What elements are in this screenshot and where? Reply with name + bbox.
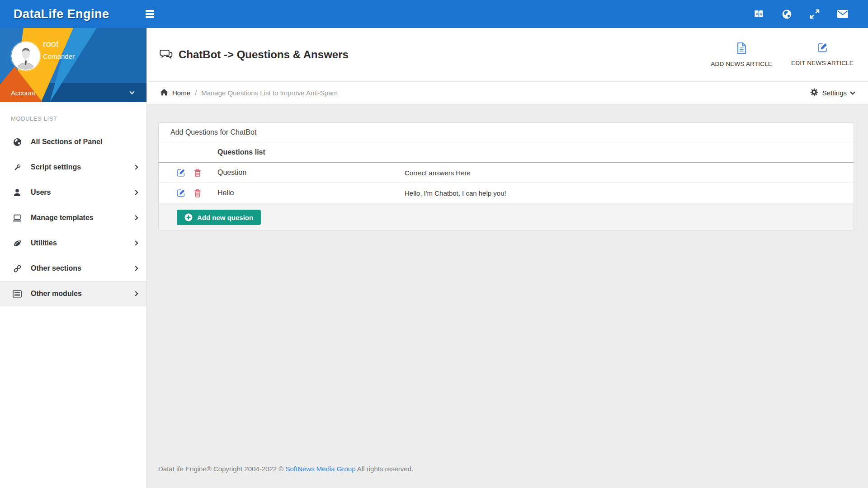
settings-dropdown[interactable]: Settings [810,88,854,98]
sidebar: root Comander Account MODULES LIST All S… [0,28,147,488]
card-footer: Add new quesion [159,203,854,230]
add-new-question-button[interactable]: Add new quesion [177,210,261,225]
user-meta: root Comander [43,39,75,60]
home-icon [160,89,168,97]
link-icon [12,264,22,273]
edit-news-article-button[interactable]: EDIT NEWS ARTICLE [791,42,854,67]
user-role: Comander [43,52,75,60]
breadcrumb-home-link[interactable]: Home [160,89,190,97]
add-news-article-label: ADD NEWS ARTICLE [711,61,772,67]
sidebar-item-label: Script settings [31,163,81,171]
topbar: DataLife Engine A a [0,0,868,28]
main-content: ChatBot -> Questions & Answers ADD NEWS … [147,28,868,488]
edit-news-article-label: EDIT NEWS ARTICLE [791,60,854,66]
wrench-icon [12,163,22,172]
sidebar-item-script-settings[interactable]: Script settings [0,155,146,180]
settings-label: Settings [822,89,847,97]
sidebar-item-label: All Sections of Panel [31,138,102,146]
sidebar-item-label: Other modules [31,290,82,298]
page-title-text: ChatBot -> Questions & Answers [179,48,349,61]
breadcrumb: Home / Manage Questions List to Improve … [147,81,868,104]
menu-toggle-button[interactable] [144,8,156,20]
table-header-row: Questions list [159,142,854,163]
content-area: Add Questions for ChatBot Questions list [147,104,868,488]
chevron-down-icon [129,89,134,94]
questions-card: Add Questions for ChatBot Questions list [158,122,854,230]
page-title: ChatBot -> Questions & Answers [159,48,349,62]
row-actions [159,189,217,197]
svg-text:a: a [760,11,762,16]
table-row: Question Correct answers Here [159,163,854,183]
mail-icon[interactable] [837,9,848,19]
copyright-text: DataLife Engine® Copyright 2004-2022 © [158,465,285,473]
chevron-right-icon [133,266,138,271]
user-icon [12,188,22,197]
sidebar-item-label: Users [31,188,51,197]
gear-icon [810,88,818,98]
question-cell: Question [217,169,405,177]
question-cell: Hello [217,189,405,197]
chevron-right-icon [133,240,138,245]
footer: DataLife Engine® Copyright 2004-2022 © S… [158,465,854,488]
sidebar-nav: All Sections of Panel Script settings [0,129,146,306]
sidebar-item-manage-templates[interactable]: Manage templates [0,205,146,230]
answer-cell: Hello, I'm Chatbot, I can help you! [405,189,854,197]
list-icon [12,290,22,298]
plus-circle-icon [184,213,193,221]
file-icon [737,42,746,56]
trash-icon[interactable] [194,169,201,177]
expand-icon[interactable] [809,9,820,19]
page-header: ChatBot -> Questions & Answers ADD NEWS … [147,28,868,81]
user-name: root [43,39,75,49]
softnews-link[interactable]: SoftNews Media Group [285,465,355,473]
modules-list-heading: MODULES LIST [0,102,146,129]
breadcrumb-current: Manage Questions List to Improve Anti-Sp… [201,89,338,97]
svg-text:A: A [755,11,759,16]
edit-icon[interactable] [177,189,185,197]
table-row: Hello Hello, I'm Chatbot, I can help you… [159,183,854,203]
header-actions: ADD NEWS ARTICLE EDIT NEWS ARTICLE [711,42,854,67]
card-title: Add Questions for ChatBot [159,123,854,142]
globe-icon [12,138,22,146]
sidebar-item-label: Other sections [31,264,81,272]
comments-icon [159,48,173,62]
chevron-right-icon [133,215,138,220]
hamburger-icon [146,10,154,12]
globe-icon[interactable] [781,9,792,19]
leaf-icon [12,239,22,247]
account-label: Account [11,89,35,97]
trash-icon[interactable] [194,189,201,197]
sidebar-item-label: Manage templates [31,214,94,222]
main-layout: root Comander Account MODULES LIST All S… [0,28,868,488]
sidebar-item-users[interactable]: Users [0,180,146,205]
chevron-right-icon [133,291,138,296]
rights-text: All rights reserved. [356,465,414,473]
account-dropdown[interactable]: Account [0,83,146,102]
add-news-article-button[interactable]: ADD NEWS ARTICLE [711,42,772,67]
chevron-right-icon [133,190,138,195]
chevron-right-icon [133,164,138,169]
breadcrumb-separator: / [195,89,197,97]
questions-column-header: Questions list [217,148,405,156]
sidebar-item-utilities[interactable]: Utilities [0,230,146,256]
user-panel: root Comander Account [0,28,146,102]
edit-icon[interactable] [177,169,185,177]
sidebar-item-other-sections[interactable]: Other sections [0,256,146,281]
app-logo[interactable]: DataLife Engine [0,7,133,21]
avatar[interactable] [11,42,40,70]
sidebar-item-label: Utilities [31,239,57,247]
language-icon[interactable]: A a [753,9,764,19]
laptop-icon [12,214,22,222]
add-new-question-label: Add new quesion [197,214,253,221]
sidebar-item-all-sections[interactable]: All Sections of Panel [0,129,146,155]
topbar-icon-group: A a [753,9,868,19]
answer-cell: Correct answers Here [405,169,854,177]
row-actions [159,169,217,177]
breadcrumb-home-label: Home [172,89,190,97]
sidebar-item-other-modules[interactable]: Other modules [0,281,146,306]
pen-square-icon [817,42,828,55]
chevron-down-icon [850,89,855,94]
